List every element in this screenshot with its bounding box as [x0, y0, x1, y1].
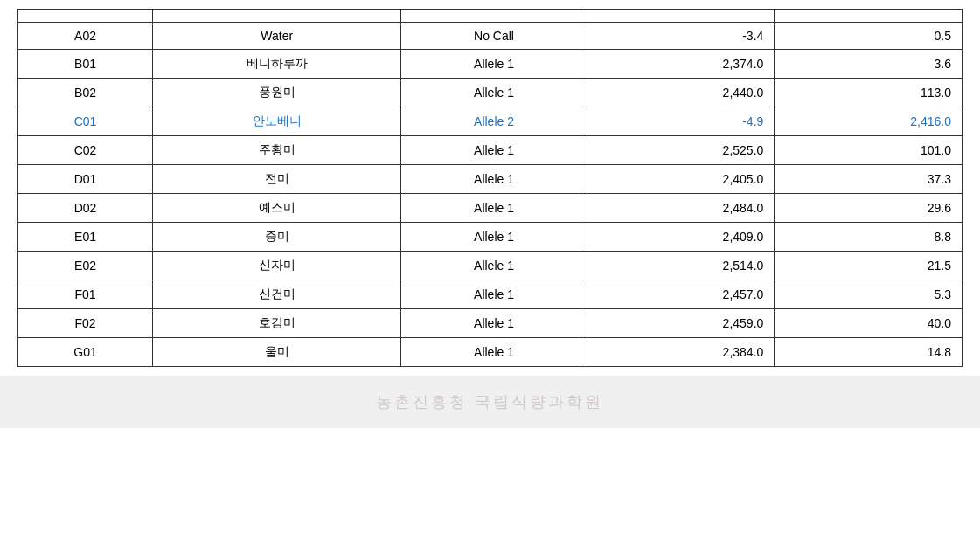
bottom-area: 농촌진흥청 국립식량과학원: [0, 376, 980, 428]
table-row: B01베니하루까Allele 12,374.03.6: [18, 50, 963, 79]
cell-fam: 2,405.0: [587, 165, 775, 194]
table-row: D02예스미Allele 12,484.029.6: [18, 194, 963, 223]
cell-sample: 안노베니: [153, 107, 401, 136]
cell-sfcv: 3.6: [775, 50, 963, 79]
cell-sfcv: 0.5: [775, 23, 963, 50]
cell-well: A02: [18, 23, 153, 50]
cell-sample: 예스미: [153, 194, 401, 223]
cell-sfcv: 40.0: [775, 309, 963, 338]
cell-sfcv: 113.0: [775, 79, 963, 107]
cell-well: E01: [18, 223, 153, 252]
cell-sample: 신자미: [153, 252, 401, 280]
cell-call: Allele 1: [401, 280, 587, 309]
cell-sample: Water: [153, 23, 401, 50]
cell-sample: 전미: [153, 165, 401, 194]
table-row: F02호감미Allele 12,459.040.0: [18, 309, 963, 338]
col-sfcv: [775, 10, 963, 23]
cell-sfcv: 21.5: [775, 252, 963, 280]
cell-well: F01: [18, 280, 153, 309]
cell-sample: 신건미: [153, 280, 401, 309]
cell-fam: 2,484.0: [587, 194, 775, 223]
data-table: A02WaterNo Call-3.40.5B01베니하루까Allele 12,…: [17, 9, 963, 367]
table-row: G01울미Allele 12,384.014.8: [18, 338, 963, 367]
table-row: C01안노베니Allele 2-4.92,416.0: [18, 107, 963, 136]
cell-call: Allele 1: [401, 79, 587, 107]
cell-sfcv: 2,416.0: [775, 107, 963, 136]
cell-well: D02: [18, 194, 153, 223]
col-well: [18, 10, 153, 23]
table-row: E02신자미Allele 12,514.021.5: [18, 252, 963, 280]
cell-sfcv: 101.0: [775, 136, 963, 165]
cell-call: Allele 1: [401, 338, 587, 367]
cell-call: Allele 1: [401, 252, 587, 280]
cell-well: B02: [18, 79, 153, 107]
cell-fam: -4.9: [587, 107, 775, 136]
table-row: F01신건미Allele 12,457.05.3: [18, 280, 963, 309]
table-row: E01증미Allele 12,409.08.8: [18, 223, 963, 252]
cell-well: C02: [18, 136, 153, 165]
cell-sfcv: 29.6: [775, 194, 963, 223]
cell-fam: 2,440.0: [587, 79, 775, 107]
cell-well: E02: [18, 252, 153, 280]
cell-call: Allele 2: [401, 107, 587, 136]
cell-call: Allele 1: [401, 165, 587, 194]
cell-fam: 2,409.0: [587, 223, 775, 252]
header-row: [18, 10, 963, 23]
cell-well: F02: [18, 309, 153, 338]
col-fam: [587, 10, 775, 23]
cell-fam: -3.4: [587, 23, 775, 50]
table-row: C02주황미Allele 12,525.0101.0: [18, 136, 963, 165]
cell-well: G01: [18, 338, 153, 367]
cell-call: No Call: [401, 23, 587, 50]
cell-well: C01: [18, 107, 153, 136]
cell-sample: 풍원미: [153, 79, 401, 107]
cell-sfcv: 5.3: [775, 280, 963, 309]
cell-sfcv: 14.8: [775, 338, 963, 367]
cell-sample: 증미: [153, 223, 401, 252]
table-row: D01전미Allele 12,405.037.3: [18, 165, 963, 194]
cell-well: D01: [18, 165, 153, 194]
cell-fam: 2,459.0: [587, 309, 775, 338]
cell-call: Allele 1: [401, 309, 587, 338]
cell-sfcv: 8.8: [775, 223, 963, 252]
cell-fam: 2,374.0: [587, 50, 775, 79]
cell-sample: 호감미: [153, 309, 401, 338]
cell-sample: 베니하루까: [153, 50, 401, 79]
cell-sample: 주황미: [153, 136, 401, 165]
table-container: A02WaterNo Call-3.40.5B01베니하루까Allele 12,…: [0, 0, 980, 376]
col-sample: [153, 10, 401, 23]
cell-fam: 2,514.0: [587, 252, 775, 280]
cell-well: B01: [18, 50, 153, 79]
watermark-text: 농촌진흥청 국립식량과학원: [376, 391, 603, 412]
table-row: B02풍원미Allele 12,440.0113.0: [18, 79, 963, 107]
cell-call: Allele 1: [401, 194, 587, 223]
table-row: A02WaterNo Call-3.40.5: [18, 23, 963, 50]
cell-fam: 2,384.0: [587, 338, 775, 367]
cell-sample: 울미: [153, 338, 401, 367]
cell-sfcv: 37.3: [775, 165, 963, 194]
cell-fam: 2,457.0: [587, 280, 775, 309]
cell-call: Allele 1: [401, 223, 587, 252]
cell-fam: 2,525.0: [587, 136, 775, 165]
cell-call: Allele 1: [401, 136, 587, 165]
cell-call: Allele 1: [401, 50, 587, 79]
col-call: [401, 10, 587, 23]
